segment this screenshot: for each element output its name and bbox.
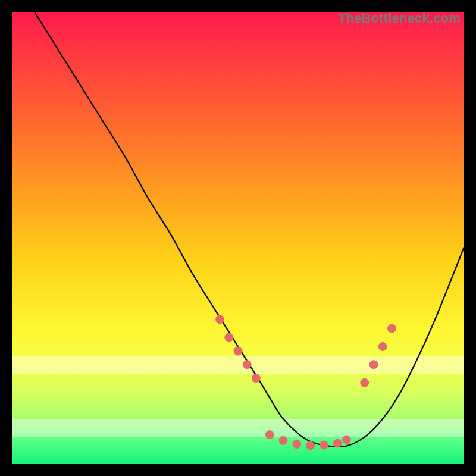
bottleneck-curve bbox=[12, 12, 464, 447]
data-point bbox=[234, 347, 242, 355]
data-point bbox=[243, 361, 251, 369]
data-point bbox=[306, 441, 315, 450]
data-point bbox=[369, 361, 378, 369]
chart-frame: TheBottleneck.com bbox=[12, 12, 464, 464]
data-point bbox=[320, 441, 328, 449]
scatter-dots bbox=[216, 315, 396, 450]
data-point bbox=[361, 378, 369, 387]
data-point bbox=[216, 315, 224, 324]
data-point bbox=[378, 342, 387, 350]
data-point bbox=[333, 439, 342, 447]
watermark-text: TheBottleneck.com bbox=[338, 12, 461, 26]
data-point bbox=[387, 324, 396, 333]
data-point bbox=[293, 440, 301, 449]
data-point bbox=[342, 436, 350, 444]
data-point bbox=[225, 333, 233, 342]
plot-area: TheBottleneck.com bbox=[12, 12, 464, 464]
data-point bbox=[265, 431, 274, 439]
data-point bbox=[252, 374, 260, 383]
curve-layer bbox=[12, 12, 464, 464]
data-point bbox=[279, 436, 287, 444]
